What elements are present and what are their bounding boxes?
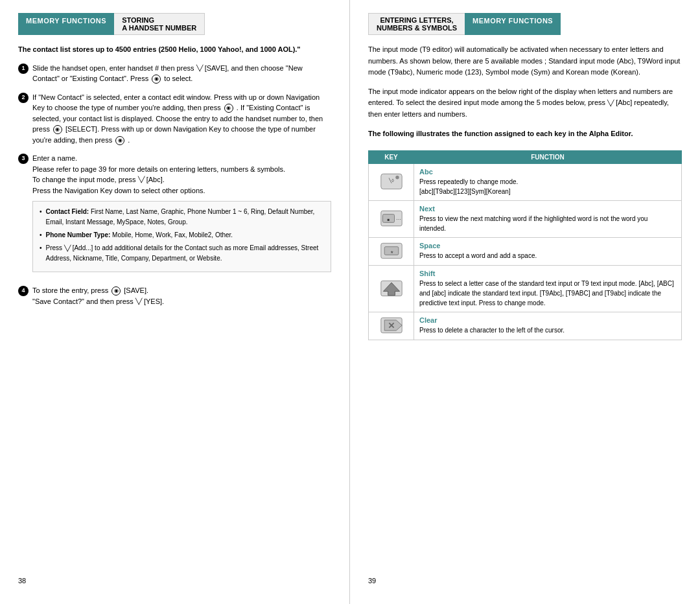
func-clear-cell: Clear Press to delete a character to the… — [414, 312, 682, 340]
step-3-line1: Enter a name. — [32, 153, 331, 164]
step-3-line4: Press the Navigation Key down to select … — [32, 185, 331, 196]
right-header-line2: NUMBERS & SYMBOLS — [377, 24, 457, 32]
func-clear-name: Clear — [419, 316, 676, 324]
nav-key-icon-1: ◉ — [152, 75, 161, 84]
bullet-1-text: Contact Field: First Name, Last Name, Gr… — [46, 207, 324, 227]
key-clear-icon — [380, 316, 403, 334]
right-header-line1: ENTERING LETTERS, — [377, 16, 457, 24]
table-col-key: KEY — [369, 151, 414, 164]
svg-text:⋯: ⋯ — [395, 216, 401, 222]
key-sym-add: ╲╱ — [64, 245, 71, 251]
step-2-num: 2 — [18, 93, 29, 103]
bullet-dot-3: • — [40, 243, 42, 253]
right-header-title: MEMORY FUNCTIONS — [465, 13, 561, 35]
bullet-dot-1: • — [40, 207, 42, 217]
key-abc-icon: ╲◊ — [380, 172, 403, 191]
right-body2: The input mode indicator appears on the … — [368, 86, 682, 121]
step-3: 3 Enter a name. Please refer to page 39 … — [18, 153, 331, 277]
step-3-num: 3 — [18, 154, 29, 164]
func-abc-desc: Press repeatedly to change mode.[abc][T9… — [419, 177, 676, 196]
func-shift-cell: Shift Press to select a letter case of t… — [414, 266, 682, 312]
key-space-icon: ★ — [380, 242, 403, 260]
step-4-content: To store the entry, press ◉ [SAVE]. "Sav… — [32, 285, 331, 307]
left-header-sub-line2: A HANDSET NUMBER — [122, 24, 196, 32]
svg-point-2 — [395, 176, 399, 179]
func-abc-cell: Abc Press repeatedly to change mode.[abc… — [414, 164, 682, 201]
right-header-left: ENTERING LETTERS, NUMBERS & SYMBOLS — [368, 13, 465, 35]
right-header: ENTERING LETTERS, NUMBERS & SYMBOLS MEMO… — [368, 13, 682, 35]
key-space-cell: ★ — [369, 238, 414, 266]
nav-key-icon-2a: ◉ — [224, 104, 233, 113]
func-space-desc: Press to accept a word and add a space. — [419, 251, 676, 261]
key-sym-yes: ╲╱ — [135, 298, 142, 305]
step-4: 4 To store the entry, press ◉ [SAVE]. "S… — [18, 285, 331, 307]
step-1-num: 1 — [18, 64, 29, 74]
right-body1: The input mode (T9 editor) will automati… — [368, 44, 682, 78]
left-page: MEMORY FUNCTIONS STORING A HANDSET NUMBE… — [0, 0, 350, 604]
svg-text:╲◊: ╲◊ — [388, 178, 394, 183]
key-clear-cell — [369, 312, 414, 340]
key-next-icon: ■ ⋯ — [380, 209, 403, 227]
key-sym-abc: ╲╱ — [138, 176, 145, 183]
step-3-line3: To change the input mode, press ╲╱ [Abc]… — [32, 174, 331, 185]
left-header-sub-line1: STORING — [122, 16, 196, 24]
func-next-desc: Press to view the next matching word if … — [419, 214, 676, 233]
left-intro: The contact list stores up to 4500 entri… — [18, 44, 331, 55]
table-row-shift: Shift Press to select a letter case of t… — [369, 266, 682, 312]
bullet-2: • Phone Number Type: Mobile, Home, Work,… — [40, 230, 324, 240]
right-page-num: 39 — [368, 577, 376, 585]
left-header: MEMORY FUNCTIONS STORING A HANDSET NUMBE… — [18, 13, 331, 35]
left-page-footer: 38 — [18, 564, 331, 585]
key-shift-cell — [369, 266, 414, 312]
svg-text:■: ■ — [387, 217, 390, 222]
step-3-content: Enter a name. Please refer to page 39 fo… — [32, 153, 331, 277]
right-bold-stmt: The following illustrates the function a… — [368, 128, 682, 139]
key-sym-save: ╲╱ — [196, 65, 203, 71]
step-1: 1 Slide the handset open, enter handset … — [18, 63, 331, 84]
key-abc-cell: ╲◊ — [369, 164, 414, 201]
nav-key-icon-2c: ◉ — [115, 136, 124, 145]
bullet-box: • Contact Field: First Name, Last Name, … — [32, 201, 331, 272]
func-next-cell: Next Press to view the next matching wor… — [414, 201, 682, 238]
func-space-name: Space — [419, 242, 676, 250]
func-abc-name: Abc — [419, 168, 676, 176]
svg-text:★: ★ — [390, 250, 393, 254]
table-row-space: ★ Space Press to accept a word and add a… — [369, 238, 682, 266]
table-row-abc: ╲◊ Abc Press repeatedly to change mode.[… — [369, 164, 682, 201]
right-page: ENTERING LETTERS, NUMBERS & SYMBOLS MEMO… — [350, 0, 700, 604]
func-next-name: Next — [419, 205, 676, 213]
nav-key-icon-4: ◉ — [111, 286, 121, 296]
step-1-content: Slide the handset open, enter handset # … — [32, 63, 331, 84]
table-col-func: FUNCTION — [414, 151, 682, 164]
step-4-num: 4 — [18, 286, 29, 296]
key-sym-right: ╲╱ — [607, 100, 614, 106]
left-header-sub: STORING A HANDSET NUMBER — [114, 13, 205, 35]
bullet-3: • Press ╲╱ [Add...] to add additional de… — [40, 243, 324, 264]
key-shift-icon — [380, 279, 403, 297]
bullet-dot-2: • — [40, 230, 42, 240]
table-row-next: ■ ⋯ Next Press to view the next matching… — [369, 201, 682, 238]
func-shift-name: Shift — [419, 270, 676, 277]
func-space-cell: Space Press to accept a word and add a s… — [414, 238, 682, 266]
func-shift-desc: Press to select a letter case of the sta… — [419, 279, 676, 308]
func-clear-desc: Press to delete a character to the left … — [419, 325, 676, 335]
bullet-1: • Contact Field: First Name, Last Name, … — [40, 207, 324, 227]
bullet-2-text: Phone Number Type: Mobile, Home, Work, F… — [46, 230, 233, 240]
right-page-footer: 39 — [368, 564, 682, 585]
step-3-line2: Please refer to page 39 for more details… — [32, 164, 331, 175]
key-next-cell: ■ ⋯ — [369, 201, 414, 238]
bullet-3-text: Press ╲╱ [Add...] to add additional deta… — [46, 243, 324, 264]
left-header-title: MEMORY FUNCTIONS — [18, 13, 114, 35]
left-page-num: 38 — [18, 577, 26, 585]
function-table: KEY FUNCTION ╲◊ Abc Pr — [368, 150, 682, 340]
table-row-clear: Clear Press to delete a character to the… — [369, 312, 682, 340]
step-2: 2 If "New Contact" is selected, enter a … — [18, 92, 331, 146]
step-2-content: If "New Contact" is selected, enter a co… — [32, 92, 331, 146]
nav-key-icon-2b: ◉ — [53, 125, 62, 134]
